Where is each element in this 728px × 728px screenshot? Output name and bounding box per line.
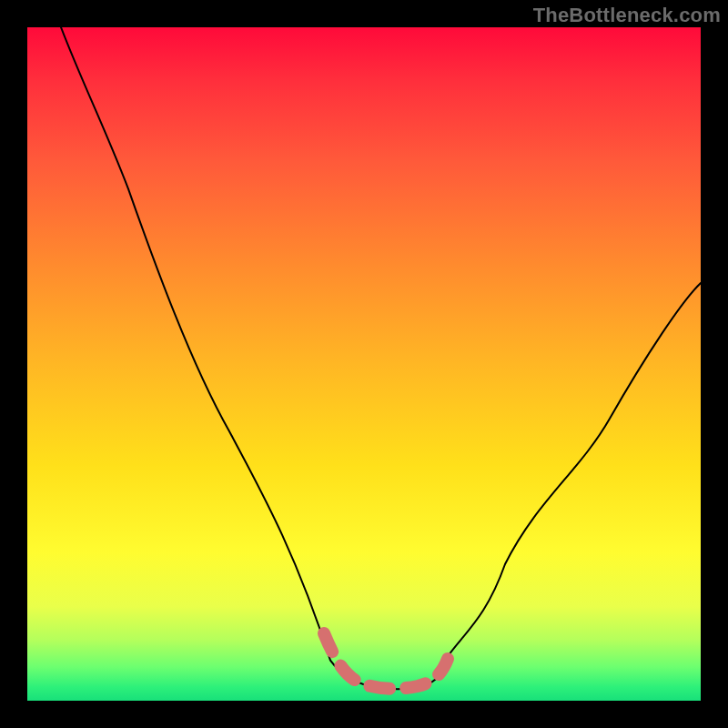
- chart-frame: TheBottleneck.com: [0, 0, 728, 728]
- valley-dash: [324, 633, 448, 689]
- watermark-text: TheBottleneck.com: [533, 4, 721, 27]
- curve-svg: [27, 27, 701, 701]
- plot-area: [27, 27, 701, 701]
- bottleneck-curve: [61, 27, 701, 689]
